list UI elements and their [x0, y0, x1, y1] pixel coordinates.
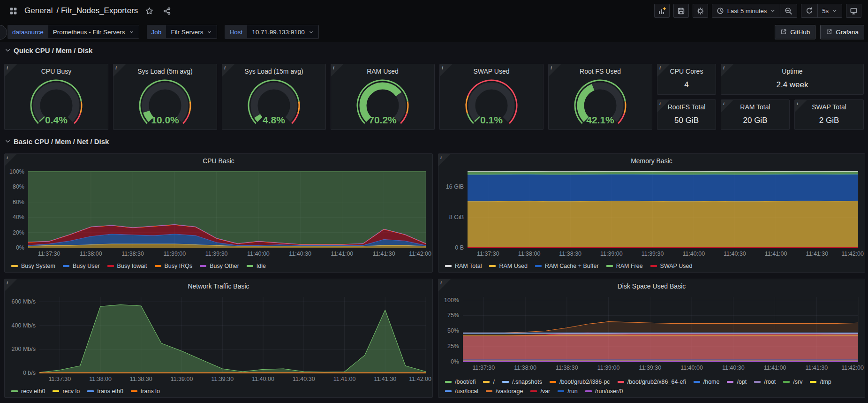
panel-info-icon[interactable]: i	[721, 64, 733, 76]
legend-item[interactable]: RAM Cache + Buffer	[535, 263, 599, 269]
github-link-button[interactable]: GitHub	[775, 25, 815, 39]
legend-item[interactable]: /run/user/0	[585, 388, 623, 395]
panel-memory-basic: iMemory Basic0 B8 GiB16 GiB11:37:3011:38…	[438, 153, 865, 273]
legend-item[interactable]: /boot/efi	[445, 379, 476, 385]
panel-info-icon[interactable]: i	[5, 64, 17, 76]
legend-item[interactable]: /boot/grub2/i386-pc	[550, 379, 610, 385]
svg-text:100%: 100%	[9, 168, 24, 175]
panel-info-icon[interactable]: i	[331, 64, 343, 76]
panel-title[interactable]: SWAP Used	[440, 64, 543, 78]
gauge: 0.1%	[440, 77, 543, 129]
panel-info-icon[interactable]: i	[440, 64, 452, 76]
panel-info-icon[interactable]: i	[5, 279, 17, 291]
kiosk-mode-button[interactable]	[846, 4, 861, 18]
panel-info-icon[interactable]: i	[657, 100, 670, 112]
panel-stat-rootfs-total: iRootFS Total50 GiB	[657, 99, 716, 130]
legend-item[interactable]: recv lo	[53, 388, 80, 395]
chart-area: 0 b/s200 Mb/s400 Mb/s600 Mb/s11:37:3011:…	[5, 293, 432, 387]
panel-title[interactable]: Sys Load (5m avg)	[113, 64, 217, 78]
panel-info-icon[interactable]: i	[549, 64, 561, 76]
legend-item[interactable]: Busy User	[63, 263, 100, 269]
panel-gauge-cpu-busy: iCPU Busy0.4%	[4, 64, 108, 130]
legend-label: SWAP Used	[660, 263, 693, 269]
legend-item[interactable]: Busy System	[11, 263, 55, 269]
panel-info-icon[interactable]: i	[222, 64, 234, 76]
legend-item[interactable]: /opt	[727, 379, 747, 385]
refresh-interval-dropdown[interactable]: 5s	[817, 4, 842, 17]
legend-item[interactable]: /.snapshots	[502, 379, 542, 385]
panel-title[interactable]: Disk Space Used Basic	[438, 279, 865, 293]
breadcrumb-section[interactable]: General	[24, 6, 53, 15]
legend-label: Busy IRQs	[165, 263, 193, 269]
legend-item[interactable]: /boot/grub2/x86_64-efi	[618, 379, 686, 385]
settings-gear-icon[interactable]	[693, 4, 708, 18]
panel-info-icon[interactable]: i	[438, 154, 451, 166]
svg-text:0 b/s: 0 b/s	[23, 370, 36, 376]
panel-title[interactable]: CPU Busy	[5, 64, 108, 78]
panel-title[interactable]: Memory Basic	[438, 154, 865, 168]
legend-item[interactable]: RAM Used	[489, 263, 527, 269]
legend-item[interactable]: RAM Total	[445, 263, 482, 269]
legend-item[interactable]: /vastorage	[486, 388, 523, 395]
legend-item[interactable]: /tmp	[810, 379, 831, 385]
share-icon[interactable]	[160, 4, 174, 17]
apps-grid-icon[interactable]	[7, 4, 20, 17]
legend-item[interactable]: Busy Iowait	[107, 263, 147, 269]
stat-value: 20 GiB	[721, 114, 789, 129]
legend-item[interactable]: SWAP Used	[650, 263, 693, 269]
panel-title[interactable]: Network Traffic Basic	[5, 279, 432, 293]
legend-item[interactable]: /root	[754, 379, 776, 385]
panel-info-icon[interactable]: i	[5, 154, 17, 166]
row-quick-cpu-mem-disk[interactable]: Quick CPU / Mem / Disk	[5, 46, 92, 54]
legend-item[interactable]: RAM Free	[606, 263, 643, 269]
legend-swatch	[53, 390, 59, 392]
gauge: 42.1%	[549, 77, 652, 129]
row-basic-cpu-mem-net-disk[interactable]: Basic CPU / Mem / Net / Disk	[5, 137, 109, 145]
variable-host-select[interactable]: 10.71.99.133:9100	[247, 25, 319, 39]
legend-item[interactable]: /	[483, 379, 494, 385]
panel-title[interactable]: RAM Used	[331, 64, 434, 78]
legend-item[interactable]: Busy Other	[200, 263, 239, 269]
grafana-link-button[interactable]: Grafana	[820, 25, 864, 39]
star-icon[interactable]	[143, 4, 156, 17]
svg-text:11:39:30: 11:39:30	[639, 365, 661, 371]
add-panel-button[interactable]	[654, 4, 670, 18]
panel-title[interactable]: CPU Basic	[5, 154, 432, 168]
legend-item[interactable]: /srv	[783, 379, 802, 385]
legend-swatch	[11, 390, 18, 392]
legend-item[interactable]: trans lo	[131, 388, 160, 395]
panel-info-icon[interactable]: i	[438, 279, 451, 291]
legend-label: RAM Total	[455, 263, 482, 269]
refresh-button[interactable]	[801, 4, 817, 17]
save-dashboard-button[interactable]	[673, 4, 689, 18]
panel-title[interactable]: Root FS Used	[549, 64, 652, 78]
svg-text:8 GiB: 8 GiB	[449, 214, 464, 221]
legend-item[interactable]: /usr/local	[445, 388, 478, 395]
panel-title[interactable]: Sys Load (15m avg)	[222, 64, 325, 78]
legend-label: /opt	[737, 379, 747, 385]
panel-info-icon[interactable]: i	[721, 100, 733, 112]
legend-item[interactable]: /home	[694, 379, 720, 385]
breadcrumb[interactable]: General / Filr_Nodes_Exporters	[24, 6, 138, 15]
legend-item[interactable]: trans eth0	[87, 388, 123, 395]
legend-item[interactable]: /var	[530, 388, 550, 395]
panel-title[interactable]: Uptime	[721, 64, 863, 78]
variable-datasource-select[interactable]: Prometheus - Filr Servers	[48, 25, 139, 39]
legend-item[interactable]: recv eth0	[11, 388, 45, 395]
zoom-out-button[interactable]	[780, 4, 797, 17]
chart-svg: 0 B8 GiB16 GiB11:37:3011:38:0011:38:3011…	[438, 168, 865, 259]
legend-label: Busy User	[73, 263, 100, 269]
legend-swatch	[530, 390, 537, 392]
legend-swatch	[483, 381, 490, 383]
legend-item[interactable]: Idle	[247, 263, 266, 269]
time-range-picker[interactable]: Last 5 minutes	[712, 4, 780, 17]
legend-swatch	[63, 265, 69, 267]
variable-job-select[interactable]: Filr Servers	[166, 25, 217, 39]
legend-item[interactable]: Busy IRQs	[155, 263, 193, 269]
chevron-down-icon	[5, 138, 11, 144]
panel-info-icon[interactable]: i	[795, 100, 807, 112]
panel-info-icon[interactable]: i	[113, 64, 126, 76]
panel-info-icon[interactable]: i	[657, 64, 670, 76]
legend-label: /srv	[793, 379, 802, 385]
legend-item[interactable]: /run	[558, 388, 578, 395]
